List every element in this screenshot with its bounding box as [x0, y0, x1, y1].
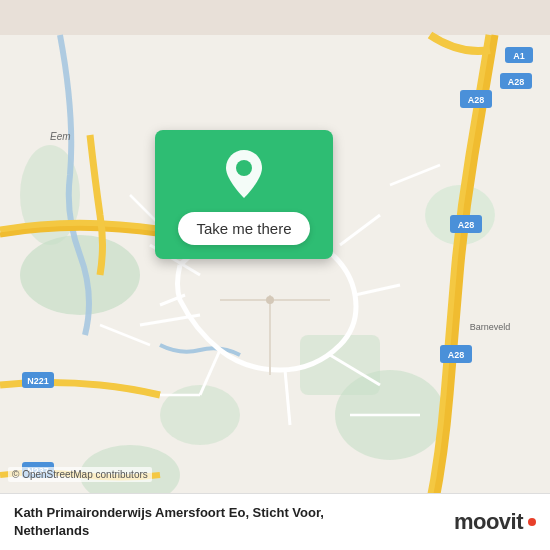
location-card: Take me there	[155, 130, 333, 259]
map-pin-icon	[222, 148, 266, 200]
take-me-there-button[interactable]: Take me there	[178, 212, 309, 245]
location-info: Kath Primaironderwijs Amersfoort Eo, Sti…	[14, 504, 454, 540]
moovit-dot	[528, 518, 536, 526]
svg-point-46	[236, 160, 252, 176]
moovit-text: moovit	[454, 509, 523, 535]
svg-text:A28: A28	[508, 77, 525, 87]
bottom-bar: Kath Primaironderwijs Amersfoort Eo, Sti…	[0, 493, 550, 550]
svg-text:A28: A28	[468, 95, 485, 105]
svg-text:A28: A28	[458, 220, 475, 230]
svg-text:Eem: Eem	[50, 131, 71, 142]
svg-text:N221: N221	[27, 376, 49, 386]
map-container: A28 A28 A28 A1 A28 N221 N237	[0, 0, 550, 550]
svg-text:Barneveld: Barneveld	[470, 322, 511, 332]
svg-point-43	[266, 296, 274, 304]
svg-text:A28: A28	[448, 350, 465, 360]
moovit-logo: moovit	[454, 509, 536, 535]
osm-credit: © OpenStreetMap contributors	[8, 467, 152, 482]
location-name: Kath Primaironderwijs Amersfoort Eo, Sti…	[14, 504, 454, 540]
svg-text:A1: A1	[513, 51, 525, 61]
